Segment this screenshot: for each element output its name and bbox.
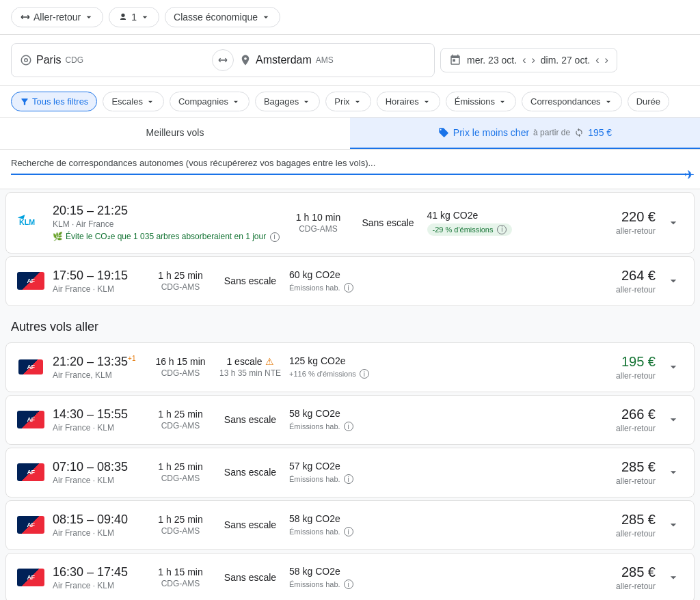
co2-value: 41 kg CO2e	[427, 210, 513, 221]
route-value: CDG-AMS	[150, 526, 211, 536]
duration-filter-button[interactable]: Durée	[628, 92, 669, 111]
return-prev-button[interactable]: ‹	[595, 54, 599, 66]
return-next-button[interactable]: ›	[605, 54, 608, 66]
origin-input[interactable]: Paris CDG	[20, 54, 206, 66]
stops-filter-button[interactable]: Escales	[103, 92, 164, 111]
flight-stops: 1 escale⚠ 13 h 35 min NTE	[219, 356, 281, 378]
airlines-filter-button[interactable]: Compagnies	[170, 92, 250, 111]
stops-value: Sans escale	[219, 467, 281, 478]
trip-type-selector[interactable]: Aller-retour	[11, 7, 103, 27]
price-value: 266 €	[587, 407, 656, 422]
connections-filter-button[interactable]: Correspondances	[522, 92, 622, 111]
baggage-filter-button[interactable]: Bagages	[255, 92, 320, 111]
duration-value: 1 h 25 min	[150, 409, 211, 420]
af-logo: AF	[17, 411, 44, 428]
hours-filter-button[interactable]: Horaires	[377, 92, 440, 111]
info-icon[interactable]: i	[344, 422, 353, 431]
price-chevron-icon	[353, 97, 362, 107]
expand-button[interactable]	[664, 463, 683, 482]
flight-emissions: 58 kg CO2e Émissions hab. i	[289, 408, 371, 431]
price-sub: aller-retour	[587, 285, 656, 295]
emissions-label: +116 % d'émissions i	[289, 369, 371, 379]
info-icon[interactable]: i	[344, 579, 353, 589]
flight-duration: 1 h 25 min CDG-AMS	[150, 461, 211, 483]
info-icon[interactable]: i	[360, 369, 369, 379]
tab-best-flights-label: Meilleurs vols	[146, 127, 204, 138]
af-logo: AF	[18, 359, 43, 374]
price-filter-button[interactable]: Prix	[325, 92, 371, 111]
stops-value: Sans escale	[219, 275, 281, 286]
flight-times: 16:30 – 17:45 Air France · KLM	[53, 565, 142, 590]
depart-date-selector[interactable]: mer. 23 oct. ‹ › dim. 27 oct. ‹ ›	[440, 48, 617, 72]
swap-button[interactable]	[212, 49, 234, 71]
flight-duration: 1 h 25 min CDG-AMS	[150, 514, 211, 536]
flight-duration: 16 h 15 min CDG-AMS	[150, 356, 211, 378]
loading-icon	[574, 128, 584, 137]
emissions-label: Émissions hab. i	[289, 422, 371, 431]
info-icon[interactable]: i	[344, 474, 353, 484]
destination-input[interactable]: Amsterdam AMS	[239, 54, 426, 66]
return-date: dim. 27 oct.	[541, 55, 590, 66]
co2-value: 57 kg CO2e	[289, 461, 371, 472]
chevron-down-icon2	[139, 12, 150, 23]
all-filters-button[interactable]: Tous les filtres	[11, 92, 97, 111]
emissions-filter-button[interactable]: Émissions	[446, 92, 516, 111]
info-icon[interactable]: i	[344, 283, 353, 292]
tab-cheapest[interactable]: Prix le moins cher à partir de 195 €	[350, 118, 700, 149]
class-selector[interactable]: Classe économique	[165, 7, 280, 27]
flight-card[interactable]: KLM 20:15 – 21:25 KLM · Air France 🌿 Évi…	[5, 192, 695, 254]
tab-cheapest-sub: à partir de	[533, 128, 570, 137]
route-value: CDG-AMS	[150, 579, 211, 588]
expand-icon	[667, 216, 680, 230]
flight-airline: KLM · Air France	[53, 219, 280, 229]
flight-time-range: 08:15 – 09:40	[53, 513, 142, 527]
expand-button[interactable]	[664, 410, 683, 429]
expand-button[interactable]	[664, 357, 683, 377]
flight-airline: Air France · KLM	[53, 284, 142, 294]
emissions-label: Émissions hab. i	[289, 283, 371, 292]
route-value: CDG-AMS	[150, 474, 211, 483]
eco-note-text: Évite le CO₂e que 1 035 arbres absorbera…	[66, 232, 280, 242]
flight-card[interactable]: AF 14:30 – 15:55 Air France · KLM 1 h 25…	[5, 395, 695, 445]
other-flights-title: Autres vols aller	[5, 309, 695, 340]
eco-info-icon[interactable]: i	[270, 232, 280, 242]
passengers-selector[interactable]: 1	[109, 7, 159, 27]
destination-city: Amsterdam	[256, 54, 312, 66]
price-filter-label: Prix	[334, 96, 349, 107]
flight-stops: Sans escale	[358, 217, 419, 228]
filter-icon	[20, 97, 29, 107]
expand-button[interactable]	[664, 271, 683, 290]
duration-value: 16 h 15 min	[150, 356, 211, 367]
co2-value: 58 kg CO2e	[289, 566, 371, 577]
airline-logo: AF	[17, 569, 44, 586]
hours-chevron-icon	[422, 97, 431, 107]
duration-value: 1 h 25 min	[150, 514, 211, 525]
expand-button[interactable]	[664, 568, 683, 587]
autonomous-text: Recherche de correspondances autonomes (…	[11, 158, 375, 168]
origin-icon	[20, 54, 32, 66]
flight-stops: Sans escale	[219, 572, 281, 583]
flight-card[interactable]: AF 17:50 – 19:15 Air France · KLM 1 h 25…	[5, 256, 695, 306]
emissions-label: Émissions hab. i	[289, 527, 371, 536]
depart-prev-button[interactable]: ‹	[522, 54, 526, 66]
af-logo: AF	[17, 569, 44, 586]
depart-next-button[interactable]: ›	[531, 54, 535, 66]
tab-best-flights[interactable]: Meilleurs vols	[0, 118, 350, 149]
flight-price: 285 € aller-retour	[587, 564, 656, 591]
flight-card[interactable]: AF 16:30 – 17:45 Air France · KLM 1 h 15…	[5, 553, 695, 601]
flight-card[interactable]: AF 07:10 – 08:35 Air France · KLM 1 h 25…	[5, 448, 695, 497]
tag-icon	[438, 127, 449, 138]
flight-card[interactable]: AF 08:15 – 09:40 Air France · KLM 1 h 25…	[5, 500, 695, 550]
flight-card[interactable]: AF 21:20 – 13:35+1 Air France, KLM 16 h …	[5, 342, 695, 392]
flight-emissions: 60 kg CO2e Émissions hab. i	[289, 269, 371, 292]
flight-times: 20:15 – 21:25 KLM · Air France 🌿 Évite l…	[53, 204, 280, 242]
expand-button[interactable]	[664, 515, 683, 534]
info-icon[interactable]: i	[497, 225, 507, 234]
flight-emissions: 58 kg CO2e Émissions hab. i	[289, 566, 371, 589]
co2-value: 60 kg CO2e	[289, 269, 371, 280]
info-icon[interactable]: i	[344, 527, 353, 536]
swap-icon	[217, 55, 228, 66]
chevron-down-icon	[83, 12, 94, 23]
emissions-filter-label: Émissions	[455, 96, 495, 107]
expand-button[interactable]	[664, 213, 683, 232]
